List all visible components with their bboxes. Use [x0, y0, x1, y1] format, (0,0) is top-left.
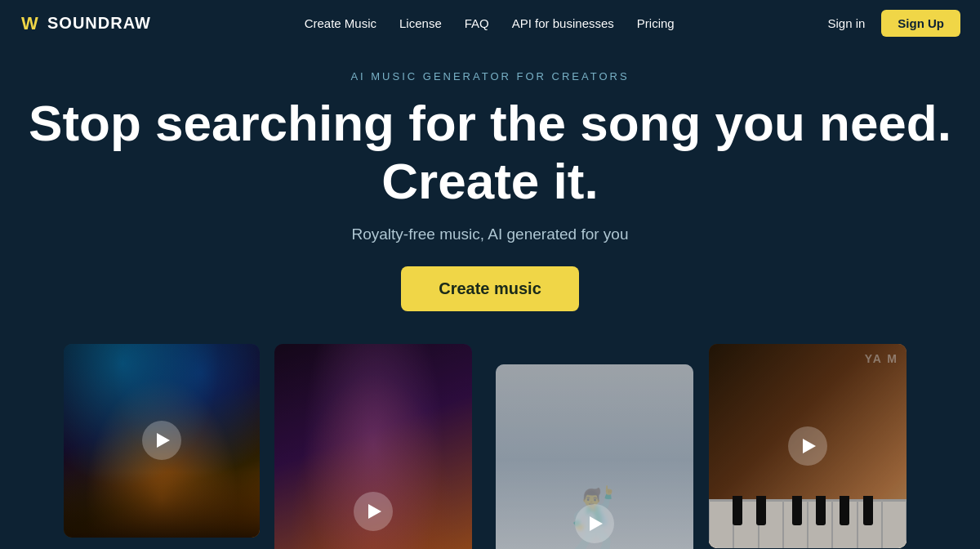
navbar: W SOUNDRAW Create Music License FAQ API …	[0, 0, 980, 46]
logo-icon: W	[20, 11, 42, 34]
image-grid: 🕺 YA M	[0, 344, 980, 549]
nav-api[interactable]: API for businesses	[512, 16, 614, 30]
svg-text:W: W	[21, 13, 38, 33]
hero-title-line2: Create it.	[381, 153, 598, 209]
logo[interactable]: W SOUNDRAW	[20, 11, 151, 34]
signin-link[interactable]: Sign in	[827, 16, 865, 30]
nav-license[interactable]: License	[399, 16, 442, 30]
nav-pricing[interactable]: Pricing	[637, 16, 675, 30]
hero-subtitle: AI MUSIC GENERATOR FOR CREATORS	[16, 70, 964, 83]
image-guitarist	[274, 344, 472, 549]
cta-button[interactable]: Create music	[401, 266, 579, 311]
nav-create-music[interactable]: Create Music	[305, 16, 376, 30]
image-dancer: 🕺	[496, 364, 693, 549]
play-guitarist[interactable]	[354, 492, 393, 531]
hero-section: AI MUSIC GENERATOR FOR CREATORS Stop sea…	[0, 46, 980, 344]
hero-tagline: Royalty-free music, AI generated for you	[16, 225, 964, 243]
hero-title-line1: Stop searching for the song you need.	[29, 95, 951, 151]
image-concert	[64, 344, 260, 538]
play-dancer[interactable]	[575, 504, 614, 543]
play-piano[interactable]	[788, 426, 827, 466]
image-piano: YA M	[709, 344, 906, 548]
hero-title: Stop searching for the song you need. Cr…	[16, 94, 964, 211]
play-concert[interactable]	[142, 421, 181, 460]
nav-actions: Sign in Sign Up	[827, 10, 960, 37]
nav-links: Create Music License FAQ API for busines…	[305, 16, 675, 30]
signup-button[interactable]: Sign Up	[881, 10, 960, 37]
nav-faq[interactable]: FAQ	[465, 16, 489, 30]
logo-text: SOUNDRAW	[47, 14, 151, 33]
